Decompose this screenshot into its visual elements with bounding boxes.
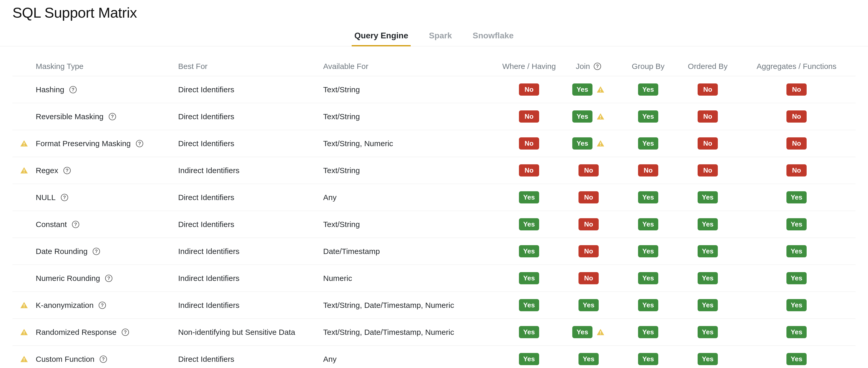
group-cell: Yes — [618, 299, 678, 311]
warning-icon — [20, 166, 29, 175]
status-badge: Yes — [698, 353, 718, 365]
status-badge: Yes — [638, 83, 658, 96]
status-badge: No — [579, 218, 599, 230]
status-badge: Yes — [698, 299, 718, 311]
order-cell: No — [678, 83, 738, 96]
table-row: NULL?Direct IdentifiersAnyYesNoYesYesYes — [12, 184, 856, 211]
masking-type-label: Custom Function — [36, 355, 95, 364]
order-cell: Yes — [678, 353, 738, 365]
available-for-cell: Any — [323, 355, 499, 364]
where-cell: Yes — [499, 191, 559, 203]
status-badge: Yes — [579, 353, 599, 365]
help-icon[interactable]: ? — [121, 328, 129, 336]
agg-cell: Yes — [738, 353, 856, 365]
where-cell: Yes — [499, 353, 559, 365]
col-where-having: Where / Having — [499, 62, 559, 71]
help-icon[interactable]: ? — [63, 166, 71, 175]
status-badge: No — [579, 272, 599, 284]
status-badge: Yes — [786, 299, 807, 311]
svg-rect-10 — [24, 142, 25, 144]
table-header-row: Masking Type Best For Available For Wher… — [12, 57, 856, 76]
status-badge: Yes — [572, 83, 592, 96]
warning-icon — [20, 355, 29, 364]
status-badge: Yes — [698, 272, 718, 284]
help-icon[interactable]: ? — [69, 86, 77, 94]
agg-cell: Yes — [738, 272, 856, 284]
help-icon[interactable]: ? — [98, 301, 106, 309]
col-best-for: Best For — [178, 62, 323, 71]
agg-cell: Yes — [738, 245, 856, 257]
where-cell: Yes — [499, 326, 559, 338]
status-badge: Yes — [519, 245, 539, 257]
order-cell: Yes — [678, 191, 738, 203]
status-badge: Yes — [786, 353, 807, 365]
svg-rect-15 — [600, 145, 601, 145]
help-icon[interactable]: ? — [99, 355, 107, 363]
help-icon[interactable]: ? — [92, 247, 100, 256]
best-for-cell: Indirect Identifiers — [178, 301, 323, 310]
masking-type-label: Reversible Masking — [36, 112, 103, 121]
svg-text:?: ? — [107, 276, 110, 281]
status-badge: No — [698, 164, 718, 176]
help-icon[interactable]: ? — [104, 274, 113, 282]
svg-rect-36 — [600, 331, 601, 333]
help-icon[interactable]: ? — [71, 220, 80, 229]
masking-type-label: Format Preserving Masking — [36, 139, 131, 148]
status-badge: No — [519, 83, 539, 96]
warning-icon — [20, 328, 29, 337]
status-badge: Yes — [698, 218, 718, 230]
agg-cell: Yes — [738, 191, 856, 203]
tab-query-engine[interactable]: Query Engine — [352, 26, 411, 47]
group-cell: Yes — [618, 272, 678, 284]
order-cell: Yes — [678, 245, 738, 257]
join-cell: Yes — [559, 110, 618, 122]
agg-cell: No — [738, 110, 856, 122]
status-badge: Yes — [698, 191, 718, 203]
masking-type-label: Regex — [36, 166, 58, 175]
status-badge: Yes — [638, 137, 658, 149]
group-cell: Yes — [618, 245, 678, 257]
masking-type-label: Numeric Rounding — [36, 274, 100, 283]
status-badge: Yes — [579, 299, 599, 311]
available-for-cell: Numeric — [323, 274, 499, 283]
status-badge: No — [786, 110, 807, 122]
status-badge: No — [786, 164, 807, 176]
svg-rect-33 — [24, 333, 25, 334]
agg-cell: Yes — [738, 218, 856, 230]
help-icon[interactable]: ? — [108, 112, 117, 121]
status-badge: Yes — [698, 245, 718, 257]
support-matrix-table: Masking Type Best For Available For Wher… — [0, 47, 868, 368]
svg-rect-14 — [600, 142, 601, 144]
masking-type-label: Hashing — [36, 85, 64, 94]
status-badge: Yes — [786, 326, 807, 338]
col-ordered-by: Ordered By — [678, 62, 738, 71]
masking-type-cell: Reversible Masking? — [36, 112, 178, 121]
table-row: Numeric Rounding?Indirect IdentifiersNum… — [12, 264, 856, 291]
status-badge: Yes — [638, 218, 658, 230]
help-icon[interactable]: ? — [135, 139, 144, 148]
status-badge: No — [519, 164, 539, 176]
masking-type-cell: Hashing? — [36, 85, 178, 94]
order-cell: No — [678, 137, 738, 149]
status-badge: Yes — [638, 353, 658, 365]
svg-text:?: ? — [63, 195, 66, 200]
best-for-cell: Indirect Identifiers — [178, 247, 323, 256]
row-warn — [12, 139, 36, 148]
available-for-cell: Text/String — [323, 220, 499, 229]
available-for-cell: Text/String, Date/Timestamp, Numeric — [323, 328, 499, 337]
status-badge: Yes — [786, 191, 807, 203]
status-badge: Yes — [638, 191, 658, 203]
where-cell: Yes — [499, 245, 559, 257]
order-cell: Yes — [678, 218, 738, 230]
available-for-cell: Text/String — [323, 112, 499, 121]
help-icon[interactable]: ? — [593, 62, 601, 70]
tab-snowflake[interactable]: Snowflake — [470, 26, 516, 47]
order-cell: No — [678, 164, 738, 176]
svg-rect-32 — [24, 331, 25, 333]
svg-rect-11 — [24, 145, 25, 145]
svg-rect-17 — [24, 172, 25, 172]
tab-spark[interactable]: Spark — [426, 26, 455, 47]
col-available-for: Available For — [323, 62, 499, 71]
help-icon[interactable]: ? — [60, 193, 69, 202]
status-badge: Yes — [572, 137, 592, 149]
